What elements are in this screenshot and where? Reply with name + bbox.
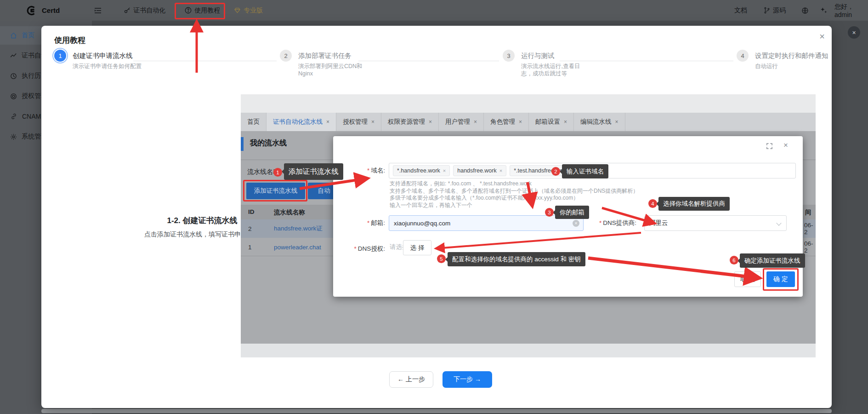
clock-icon [10,73,17,80]
step-number-badge: 2 [280,50,292,62]
cell-time-fragment: 06-2 [804,222,816,236]
brand-name: Certd [42,6,60,14]
step-title: 运行与测试 [521,52,555,60]
nav-pro-edition[interactable]: 专业版 [234,6,263,15]
domain-tag: handsfree.work× [453,165,506,176]
next-step-button[interactable]: 下一步 → [443,371,492,388]
step-number-badge: 3 [503,50,515,62]
fullscreen-icon[interactable] [766,143,773,150]
step-connector [133,61,277,61]
sparkles-icon [820,6,828,14]
tab-close-icon[interactable]: × [326,119,329,125]
nav-docs[interactable]: 文档 [734,0,747,21]
tooltip-enter-domain: 输入证书域名 [562,164,608,178]
demo-bottom-strip [241,344,816,357]
step-connector [560,61,733,61]
dialog-close-button[interactable]: × [783,141,788,150]
step-desc: 演示流水线运行,查看日志，成功后跳过等 [521,63,591,77]
dns-provider-label: *DNS提供商: [584,219,636,227]
demo-tab-home[interactable]: 首页 [241,113,267,131]
demo-tab-permission[interactable]: 权限资源管理× [381,113,439,131]
demo-tab-roles[interactable]: 角色管理× [484,113,529,131]
pipeline-link[interactable]: handsfree.work证 [274,224,323,233]
horizontal-scrollbar[interactable] [41,409,832,413]
clear-icon[interactable]: × [573,220,579,227]
tag-close-icon[interactable]: × [443,168,446,173]
demo-tab-cert-pipeline[interactable]: 证书自动化流水线× [267,113,336,131]
tag-close-icon[interactable]: × [499,168,502,173]
tab-close-icon[interactable]: × [429,119,432,125]
step-title: 添加部署证书任务 [298,52,352,60]
dns-provider-select[interactable]: 阿里云 [644,215,787,231]
tooltip-configure-access: 配置和选择你的域名提供商的 accessid 和 密钥 [448,252,585,266]
tutorial-modal-title: 使用教程 [54,35,85,46]
tutorial-close-button[interactable]: × [816,30,828,42]
key-icon [124,7,130,14]
demo-tab-email[interactable]: 邮箱设置× [529,113,574,131]
cell-id: 1 [248,243,252,250]
target-icon [10,93,17,100]
email-label: *邮箱: [333,219,385,227]
highlight-box-ok-button [763,268,799,291]
nav-cert-automation[interactable]: 证书自动化 [124,6,165,15]
step-title: 设置定时执行和邮件通知 [755,52,828,60]
line-chart-icon [10,52,17,59]
close-icon: × [819,31,825,42]
tab-close-icon[interactable]: × [564,119,567,125]
language-globe-button[interactable] [801,0,809,21]
theme-sparkles-button[interactable] [820,0,828,21]
tooltip-add-pipeline: 添加证书流水线 [284,163,343,180]
step-badge-3: 3 [545,208,554,217]
demo-tab-edit-pipeline[interactable]: 编辑流水线× [574,113,625,131]
highlight-box-tutorial-nav [175,3,225,19]
cell-id: 2 [248,225,252,232]
floating-close-bubble[interactable]: × [848,26,860,39]
globe-icon [801,7,809,14]
link-icon [10,113,17,120]
nav-source[interactable]: 源码 [764,0,786,21]
step-badge-4: 4 [648,199,657,208]
tab-close-icon[interactable]: × [371,119,374,125]
cancel-button[interactable]: 取 消 [734,271,761,287]
prev-step-button[interactable]: ← 上一步 [389,371,433,388]
vip-diamond-icon [234,7,241,13]
step-title: 创建证书申请流水线 [73,52,133,60]
tab-close-icon[interactable]: × [519,119,522,125]
sidebar-collapse-button[interactable] [94,7,102,14]
col-time-fragment: 间 [805,208,811,217]
pipeline-card-title: 我的流水线 [250,138,287,148]
demo-top-strip [241,94,816,113]
tooltip-your-email: 你的邮箱 [555,206,589,219]
close-icon: × [783,141,788,150]
user-greeting[interactable]: 您好，admin [834,0,868,21]
highlight-box-add-pipeline [243,180,307,201]
dns-auth-choose-button[interactable]: 选 择 [403,240,431,255]
step-connector [358,61,499,61]
demo-tab-authorization[interactable]: 授权管理× [336,113,381,131]
tab-close-icon[interactable]: × [474,119,477,125]
git-branch-icon [764,7,770,14]
tooltip-confirm-add: 确定添加证书流水线 [740,253,805,268]
step-number-badge: 1 [54,50,66,62]
chevron-down-icon [776,220,781,225]
step-number-badge: 4 [737,50,749,62]
step-badge-6: 6 [730,256,738,264]
home-icon [10,32,17,39]
top-navbar: Certd 证书自动化 使用教程 专业版 文档 源码 您好，admin [0,0,868,21]
step-badge-5: 5 [437,254,446,263]
tooltip-choose-dns-provider: 选择你域名解析提供商 [658,197,730,211]
demo-tab-bar: 首页 证书自动化流水线× 授权管理× 权限资源管理× 用户管理× 角色管理× 邮… [241,113,816,131]
step-desc: 自动运行 [755,63,828,70]
app-screen: Certd 证书自动化 使用教程 专业版 文档 源码 您好，admin [0,0,868,414]
col-name: 流水线名称 [274,208,305,217]
step-badge-1: 1 [273,168,282,177]
certd-logo-icon [25,5,37,17]
pipeline-link[interactable]: powerleader.chat [274,243,321,250]
step-badge-2: 2 [551,167,560,176]
demo-screenshot: 首页 证书自动化流水线× 授权管理× 权限资源管理× 用户管理× 角色管理× 邮… [241,94,816,357]
demo-tab-users[interactable]: 用户管理× [439,113,484,131]
col-id: ID [248,208,255,215]
email-field[interactable]: xiaojunnuo@qq.com × [389,215,584,231]
tab-close-icon[interactable]: × [615,119,618,125]
collapse-icon [94,7,102,14]
